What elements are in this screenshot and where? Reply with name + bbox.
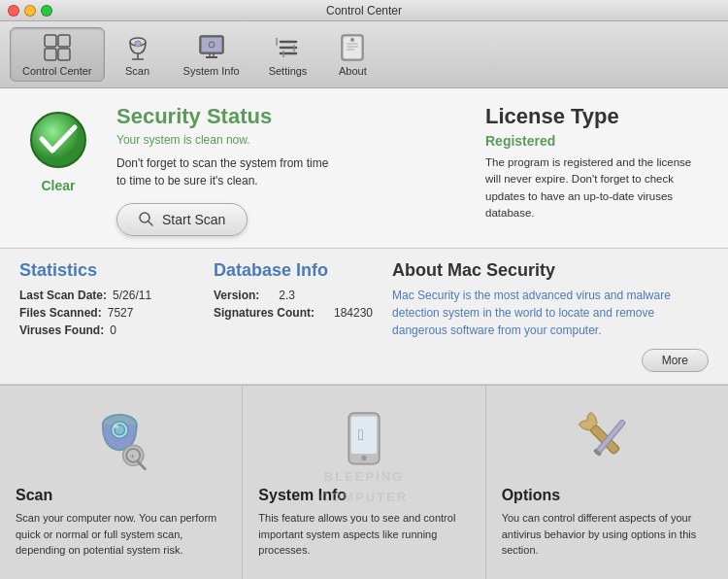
feature-tile-options-desc: You can control different aspects of you… [502,510,712,559]
svg-point-26 [31,113,85,167]
middle-section: Statistics Last Scan Date: 5/26/11 Files… [0,249,728,385]
svg-point-10 [209,42,215,48]
toolbar-btn-control-center[interactable]: Control Center [10,27,105,82]
toolbar-btn-about[interactable]: About [323,27,381,82]
database-title: Database Info [214,260,373,281]
system-info-tile-icon:  [330,406,398,474]
db-label-signatures: Signatures Count: [214,306,314,320]
license-title: License Type [485,104,709,129]
about-mac-desc: Mac Security is the most advanced virus … [392,287,709,339]
svg-line-28 [149,221,152,225]
svg-rect-3 [58,49,70,60]
titlebar: Control Center [0,0,728,21]
minimize-button[interactable] [24,5,36,17]
stat-value-viruses: 0 [110,324,116,337]
db-value-version: 2.3 [279,289,295,302]
scan-icon [122,32,153,63]
toolbar-btn-scan[interactable]: Scan [109,27,167,82]
security-subtitle: Your system is clean now. [116,133,466,147]
feature-tile-scan-title: Scan [16,487,226,504]
settings-icon [273,32,304,63]
db-label-version: Version: [214,289,259,302]
feature-tile-system-info-desc: This feature allows you to see and contr… [258,510,469,559]
system-info-icon [196,32,227,63]
control-center-icon [42,32,73,63]
scan-tile-icon: + [87,406,155,474]
stat-value-scan-date: 5/26/11 [113,289,151,302]
table-row: Signatures Count: 184230 [214,306,373,320]
svg-line-35 [138,462,145,469]
toolbar: Control Center Scan Syste [0,21,728,88]
feature-tile-options-title: Options [502,487,712,504]
svg-rect-38 [351,417,377,455]
toolbar-label-scan: Scan [125,65,149,77]
svg-text:+: + [129,451,134,460]
checkmark-icon [28,110,88,170]
svg-point-39 [361,456,366,460]
table-row: Files Scanned: 7527 [19,306,194,320]
svg-rect-2 [45,49,56,60]
options-tile-icon-area [502,401,712,479]
statistics-title: Statistics [19,260,194,281]
svg-text::  [358,426,364,443]
system-info-tile-icon-area:  [258,401,469,479]
feature-tiles: + Scan Scan your computer now. You can p… [0,385,728,579]
toolbar-label-control-center: Control Center [22,65,92,77]
license-panel: License Type Registered The program is r… [485,104,709,236]
table-row: Viruses Found: 0 [19,324,194,337]
db-value-signatures: 184230 [334,306,373,320]
toolbar-btn-settings[interactable]: Settings [256,27,320,82]
svg-rect-0 [45,35,56,47]
feature-tile-system-info-title: System Info [258,487,469,504]
window-controls [8,5,52,17]
close-button[interactable] [8,5,19,17]
options-tile-icon [573,406,641,474]
toolbar-btn-system-info[interactable]: System Info [171,27,252,82]
table-row: Version: 2.3 [214,289,373,302]
stat-label-viruses: Viruses Found: [19,324,104,337]
svg-rect-1 [58,35,70,47]
svg-point-25 [350,38,354,42]
search-icon [139,212,154,227]
stat-value-files: 7527 [108,306,134,320]
top-section: Clear Security Status Your system is cle… [0,88,728,249]
svg-point-7 [135,41,141,47]
stat-label-scan-date: Last Scan Date: [19,289,107,302]
security-status-panel: Security Status Your system is clean now… [116,104,466,236]
main-content: Clear Security Status Your system is cle… [0,88,728,579]
toolbar-label-settings: Settings [269,65,308,77]
status-indicator: Clear [19,104,97,236]
toolbar-label-about: About [339,65,367,77]
feature-tile-scan-desc: Scan your computer now. You can perform … [16,510,226,559]
security-title: Security Status [116,104,466,129]
svg-point-32 [114,425,118,428]
feature-tile-scan[interactable]: + Scan Scan your computer now. You can p… [0,386,243,579]
more-button[interactable]: More [642,349,709,372]
feature-tile-system-info[interactable]:  BLEEPINGCOMPUTER System Info This feat… [243,386,485,579]
table-row: Last Scan Date: 5/26/11 [19,289,194,302]
maximize-button[interactable] [41,5,52,17]
toolbar-label-system-info: System Info [183,65,240,77]
start-scan-button[interactable]: Start Scan [116,203,248,236]
about-mac-title: About Mac Security [392,260,709,281]
security-desc: Don't forget to scan the system from tim… [116,154,330,189]
about-icon [337,32,368,63]
statistics-panel: Statistics Last Scan Date: 5/26/11 Files… [19,260,194,372]
clear-label: Clear [41,178,75,193]
window-title: Control Center [326,4,402,17]
database-panel: Database Info Version: 2.3 Signatures Co… [214,260,373,372]
feature-tile-options[interactable]: Options You can control different aspect… [486,386,728,579]
stat-label-files: Files Scanned: [19,306,102,320]
scan-tile-icon-area: + [16,401,226,479]
about-mac-panel: About Mac Security Mac Security is the m… [392,260,709,372]
license-desc: The program is registered and the licens… [485,154,709,221]
license-status: Registered [485,133,709,149]
